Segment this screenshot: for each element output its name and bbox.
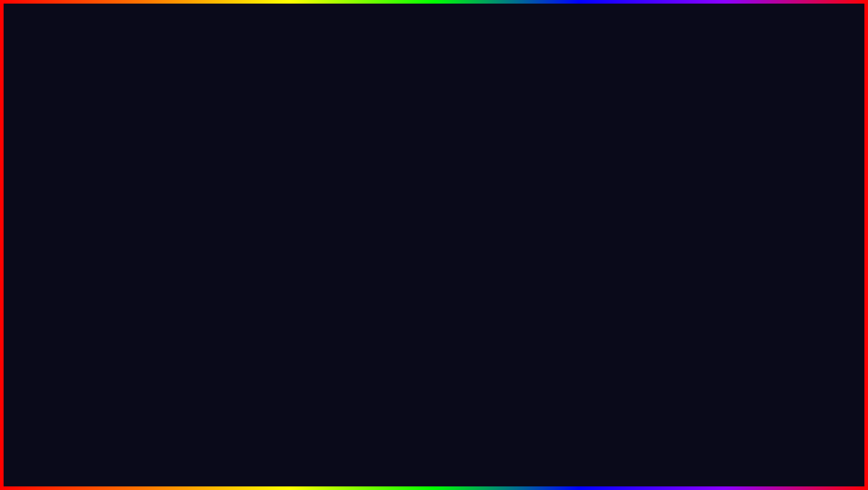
health-slider[interactable] [41, 162, 251, 165]
skill-f-checkbox[interactable]: ✓ [134, 227, 142, 235]
left-discord-icon[interactable]: 💬 [233, 138, 242, 146]
r-icon-target[interactable]: 🎯 [737, 278, 746, 286]
skill-f-row: ≡ Use Skill F ✓ [37, 224, 146, 238]
icon-group[interactable]: 👥 [112, 271, 120, 279]
icon-box[interactable]: 📦 [216, 271, 224, 279]
r-icon-cart[interactable]: 🛒 [762, 278, 770, 286]
bf-logo-fruits: FRUITS [755, 457, 850, 485]
title-fruits: FRUITS [408, 5, 649, 83]
island-esp-icon: ≡ [746, 213, 749, 219]
player-esp-checkbox[interactable]: ✓ [819, 168, 827, 175]
dropdown-arrow-icon[interactable]: ▲ [729, 169, 734, 175]
fruit-esp-checkbox[interactable]: ✓ [819, 197, 827, 205]
ui-windows: ≡ FULL HUB BLOX FRUIT - 3RD WORLD 💬 ✕ Ki… [36, 133, 832, 291]
skill-v-checkbox[interactable] [134, 214, 142, 221]
player-esp-label: Player ESP [752, 168, 779, 174]
right-game-window: ≡ FULL HUB BLOX FRUIT - 3RD WORLD 💬 ✕ [ … [580, 133, 832, 291]
auto-farm-obs-hop-label: Auto Farm Observation Hop [157, 243, 224, 249]
auto-serpent-checkbox[interactable] [244, 202, 251, 209]
left-window-title: FULL HUB [50, 138, 89, 145]
skill-f-icon: ≡ [41, 228, 45, 235]
skill-v-icon: ≡ [41, 214, 45, 221]
r-icon-eye[interactable]: 👁 [692, 278, 698, 286]
auto-obs-v2-row: ≡ Auto Observation V2 [147, 253, 256, 267]
start-raid-button[interactable]: ⚡ Start Raid ⚡ [586, 239, 736, 253]
fruit-esp-row: ≡ Fruit ESP ✓ [741, 194, 831, 209]
right-discord-icon[interactable]: 💬 [809, 138, 817, 146]
npc-esp-checkbox[interactable]: ✓ [819, 227, 827, 234]
r-icon-refresh[interactable]: 🔄 [617, 278, 626, 286]
player-esp-icon: ≡ [746, 168, 749, 175]
skill-x-icon: ≡ [41, 186, 45, 193]
auto-farm-obs-row: ≡ Auto Farm Observation [147, 225, 256, 239]
auto-musketer-row: ≡ Auto Musketer [147, 185, 256, 199]
icon-eye[interactable]: 👁 [133, 271, 140, 279]
auto-farm-obs-checkbox[interactable] [244, 228, 251, 236]
skill-x-checkbox[interactable]: ✓ [134, 186, 142, 193]
auto-musketer-checkbox[interactable] [244, 188, 251, 195]
raid-option-sand[interactable]: Sand [587, 181, 734, 193]
r-icon-gear[interactable]: ⚙ [715, 278, 720, 286]
auto-farm-obs-hop-checkbox[interactable] [244, 242, 251, 249]
icon-refresh[interactable]: 🔄 [68, 271, 76, 279]
obs-level-label: Observation Level : 0 [178, 217, 224, 222]
island-esp-checkbox[interactable]: ✓ [819, 212, 827, 219]
skill-z-label: Use Skill Z [48, 172, 73, 178]
chest-esp-checkbox[interactable]: ✓ [819, 153, 827, 160]
raid-option-phoenix[interactable]: Bird: Phoenix [587, 193, 734, 205]
left-close-button[interactable]: ✕ [245, 137, 251, 146]
r-icon-group[interactable]: 👥 [667, 278, 675, 286]
skill-c-checkbox[interactable] [134, 200, 142, 207]
right-icon-bar: 👤 🔄 📊 👥 👁 ⚙ 🎯 🛒 📦 👤 [581, 274, 831, 290]
skill-f-label: Use Skill F [48, 228, 73, 234]
skull-icon: 💀 [715, 443, 743, 469]
r-icon-user2[interactable]: 👤 [812, 278, 820, 286]
buy-microchip-button[interactable]: Buy Special Microchip [586, 223, 736, 236]
npc-esp-row: ≡ Npc ESP ✓ [741, 223, 831, 238]
icon-user2[interactable]: 👤 [237, 271, 246, 279]
icon-person[interactable]: 👤 [46, 271, 55, 279]
skill-x-label: Use Skill X [48, 186, 74, 192]
skill-v-row: ≡ Use Skill V [37, 210, 146, 224]
skill-c-label: Use Skill C [48, 200, 74, 206]
icon-gear[interactable]: ⚙ [153, 271, 159, 279]
auto-serpent-label: Auto Serpent Bow [157, 202, 201, 209]
skill-c-icon: ≡ [41, 200, 45, 207]
left-game-window: ≡ FULL HUB BLOX FRUIT - 3RD WORLD 💬 ✕ Ki… [36, 133, 256, 291]
auto-serpent-row: ≡ Auto Serpent Bow [147, 199, 256, 213]
island-esp-label: Island ESP [752, 213, 779, 219]
auto-obs-v2-checkbox[interactable] [244, 256, 251, 263]
bf-logo-container: 💀 BL ◆ X FRUITS [708, 426, 850, 486]
npc-esp-icon: ≡ [746, 227, 749, 234]
auto-obs-v2-label: Auto Observation V2 [157, 257, 207, 263]
auto-farm-obs-icon: ≡ [151, 229, 155, 236]
devil-fruit-esp-label: Devil Fruit ESP [752, 183, 788, 189]
auto-musketer-icon: ≡ [151, 188, 155, 195]
icon-chart[interactable]: 📊 [89, 271, 98, 279]
script-pastebin-label: SCRIPT PASTEBIN [339, 433, 653, 474]
chest-esp-icon: ≡ [746, 153, 749, 160]
skill-x-row: ≡ Use Skill X ✓ [37, 183, 146, 196]
icon-target[interactable]: 🎯 [172, 271, 181, 279]
r-icon-box[interactable]: 📦 [787, 278, 795, 286]
fruit-esp-icon: ≡ [746, 198, 749, 205]
title-blox: BLOX [219, 5, 406, 83]
left-window-subtitle: BLOX FRUIT - 3RD WORLD [125, 138, 195, 145]
auto-farm-obs-hop-row: ≡ Auto Farm Observation Hop [147, 239, 256, 253]
raid-option-dough[interactable]: Dough [587, 205, 734, 217]
right-window-subtitle: BLOX FRUIT - 3RD WORLD [685, 138, 755, 145]
chest-esp-row: ≡ Chest ESP ✓ [741, 149, 831, 164]
auto-serpent-icon: ≡ [151, 202, 155, 209]
player-esp-row: ≡ Player ESP ✓ [741, 164, 831, 179]
skill-z-checkbox[interactable]: ✓ [134, 172, 142, 179]
select-raid-label: Select Raid : [587, 169, 618, 175]
right-close-button[interactable]: ✕ [821, 137, 827, 146]
devil-fruit-esp-row: ≡ Devil Fruit ESP ✓ [741, 179, 831, 194]
skill-z-icon: ≡ [41, 172, 45, 179]
devil-fruit-esp-checkbox[interactable]: ✓ [819, 183, 827, 190]
chest-esp-label: Chest ESP [752, 153, 779, 160]
island-esp-row: ≡ Island ESP ✓ [741, 209, 831, 223]
r-icon-person[interactable]: 👤 [592, 278, 600, 286]
r-icon-chart[interactable]: 📊 [642, 278, 650, 286]
icon-cart[interactable]: 🛒 [194, 271, 202, 279]
